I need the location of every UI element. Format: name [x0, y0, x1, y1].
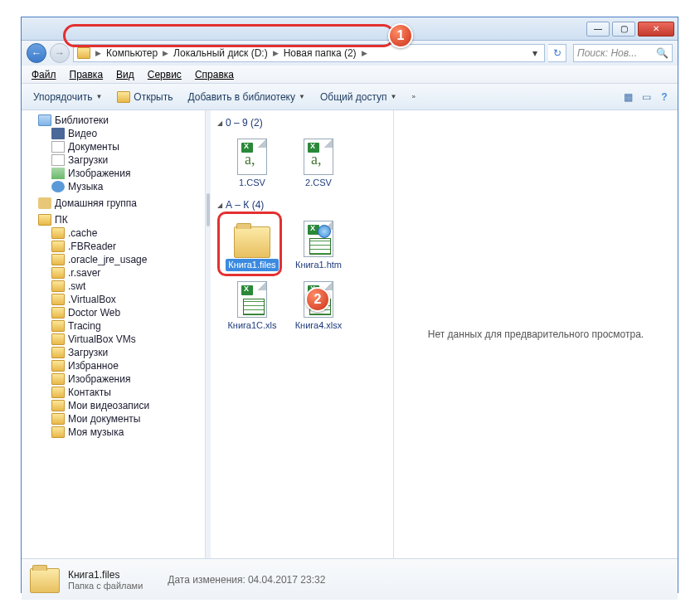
- file-label: Книга1С.xls: [225, 319, 279, 332]
- breadcrumb-folder[interactable]: Новая папка (2): [280, 47, 360, 59]
- share-button[interactable]: Общий доступ▼: [314, 88, 404, 106]
- folder-icon: [51, 347, 65, 358]
- nav-tree[interactable]: Библиотеки Видео Документы Загрузки Изоб…: [22, 110, 206, 558]
- libraries-icon: [38, 114, 51, 126]
- search-input[interactable]: Поиск: Нов... 🔍: [573, 44, 673, 62]
- tree-libraries[interactable]: Библиотеки: [22, 114, 205, 127]
- search-icon[interactable]: 🔍: [656, 47, 668, 59]
- group-header-ak[interactable]: ◢А – К (4): [214, 197, 390, 212]
- folder-icon: [51, 280, 65, 292]
- tree-pc[interactable]: ПК: [22, 213, 205, 226]
- back-button[interactable]: ←: [27, 43, 46, 63]
- chevron-right-icon[interactable]: ▶: [161, 49, 170, 57]
- folder-icon: [77, 47, 90, 59]
- file-2csv[interactable]: 2.CSV: [289, 137, 348, 191]
- tree-downloads[interactable]: Загрузки: [22, 153, 205, 167]
- tree-documents[interactable]: Документы: [22, 140, 205, 153]
- homegroup-icon: [38, 197, 51, 209]
- csv-icon: [237, 139, 267, 175]
- file-label: 1.CSV: [236, 177, 268, 189]
- preview-pane-button[interactable]: ▭: [638, 89, 654, 105]
- body: Библиотеки Видео Документы Загрузки Изоб…: [22, 110, 678, 558]
- file-label: Книга4.xlsx: [293, 319, 345, 332]
- menu-view[interactable]: Вид: [109, 67, 141, 82]
- folder-icon: [51, 413, 65, 425]
- folder-icon: [234, 226, 270, 258]
- details-icon: [30, 565, 60, 595]
- video-icon: [51, 128, 65, 139]
- collapse-icon: ◢: [217, 202, 222, 209]
- titlebar: — ▢ ✕: [22, 17, 678, 41]
- chevron-right-icon[interactable]: ▶: [94, 49, 103, 57]
- folder-icon: [51, 307, 65, 319]
- menu-tools[interactable]: Сервис: [141, 67, 188, 82]
- tree-favorites[interactable]: Избранное: [22, 359, 205, 372]
- breadcrumb-computer[interactable]: Компьютер: [103, 47, 161, 59]
- user-folder-icon: [38, 214, 51, 226]
- close-button[interactable]: ✕: [638, 22, 674, 36]
- details-pane: Книга1.files Папка с файлами Дата измене…: [22, 558, 678, 600]
- music-icon: [51, 181, 65, 192]
- maximize-button[interactable]: ▢: [612, 22, 635, 36]
- file-kniga1-htm[interactable]: Книга1.htm: [289, 219, 348, 273]
- help-button[interactable]: ?: [656, 89, 673, 105]
- organize-button[interactable]: Упорядочить▼: [27, 88, 109, 106]
- file-label: Книга1.htm: [293, 259, 344, 271]
- preview-pane: Нет данных для предварительного просмотр…: [393, 110, 678, 558]
- add-library-button[interactable]: Добавить в библиотеку▼: [181, 88, 311, 106]
- folder-icon: [51, 400, 65, 411]
- tree-downloads2[interactable]: Загрузки: [22, 346, 205, 359]
- tree-swt[interactable]: .swt: [22, 280, 205, 293]
- tree-images2[interactable]: Изображения: [22, 372, 205, 386]
- details-type: Папка с файлами: [68, 581, 143, 591]
- tree-drweb[interactable]: Doctor Web: [22, 306, 205, 319]
- forward-button[interactable]: →: [50, 43, 70, 63]
- folder-icon: [51, 267, 65, 279]
- tree-mymusic[interactable]: Моя музыка: [22, 426, 205, 439]
- more-button[interactable]: »: [405, 90, 421, 104]
- menu-help[interactable]: Справка: [188, 67, 241, 82]
- breadcrumb-drive[interactable]: Локальный диск (D:): [170, 47, 271, 59]
- tree-video[interactable]: Видео: [22, 127, 205, 140]
- tree-myvideos[interactable]: Мои видеозаписи: [22, 399, 205, 412]
- tree-images[interactable]: Изображения: [22, 167, 205, 180]
- tree-oracle[interactable]: .oracle_jre_usage: [22, 253, 205, 266]
- tree-vboxvm[interactable]: VirtualBox VMs: [22, 333, 205, 346]
- file-list[interactable]: ◢0 – 9 (2) 1.CSV 2.CSV ◢А – К (4) К: [211, 110, 393, 558]
- group-header-09[interactable]: ◢0 – 9 (2): [214, 115, 390, 130]
- downloads-icon: [51, 154, 65, 166]
- open-button[interactable]: Открыть: [110, 88, 179, 106]
- images-icon: [51, 168, 65, 179]
- refresh-button[interactable]: ↻: [548, 44, 566, 62]
- file-label: 2.CSV: [303, 177, 334, 189]
- folder-icon: [51, 294, 65, 305]
- tree-vbox[interactable]: .VirtualBox: [22, 293, 205, 306]
- tree-contacts[interactable]: Контакты: [22, 386, 205, 399]
- folder-icon: [51, 227, 65, 239]
- open-icon: [117, 91, 130, 103]
- tree-homegroup[interactable]: Домашняя группа: [22, 197, 205, 210]
- minimize-button[interactable]: —: [586, 22, 610, 36]
- chevron-right-icon[interactable]: ▶: [360, 49, 369, 57]
- explorer-window: — ▢ ✕ ← → ▶ Компьютер ▶ Локальный диск (…: [21, 17, 678, 593]
- tree-cache[interactable]: .cache: [22, 226, 205, 240]
- tree-mydocs[interactable]: Мои документы: [22, 412, 205, 426]
- tree-tracing[interactable]: Tracing: [22, 319, 205, 333]
- address-bar[interactable]: ▶ Компьютер ▶ Локальный диск (D:) ▶ Нова…: [73, 44, 545, 62]
- chevron-right-icon[interactable]: ▶: [271, 49, 280, 57]
- address-dropdown[interactable]: ▾: [529, 47, 541, 59]
- tree-rsaver[interactable]: .r.saver: [22, 266, 205, 280]
- file-kniga1c-xls[interactable]: Книга1С.xls: [222, 280, 282, 333]
- file-1csv[interactable]: 1.CSV: [222, 137, 282, 191]
- folder-icon: [51, 254, 65, 265]
- menu-file[interactable]: Файл: [25, 67, 63, 82]
- tree-fbreader[interactable]: .FBReader: [22, 240, 205, 253]
- folder-icon: [51, 426, 65, 438]
- tree-music[interactable]: Музыка: [22, 180, 205, 193]
- folder-icon: [51, 387, 65, 398]
- view-mode-button[interactable]: ▦: [620, 89, 636, 105]
- details-name: Книга1.files: [68, 569, 143, 581]
- menu-edit[interactable]: Правка: [63, 67, 110, 82]
- content-area: ◢0 – 9 (2) 1.CSV 2.CSV ◢А – К (4) К: [211, 110, 678, 558]
- file-kniga1-files[interactable]: Книга1.files: [222, 219, 282, 273]
